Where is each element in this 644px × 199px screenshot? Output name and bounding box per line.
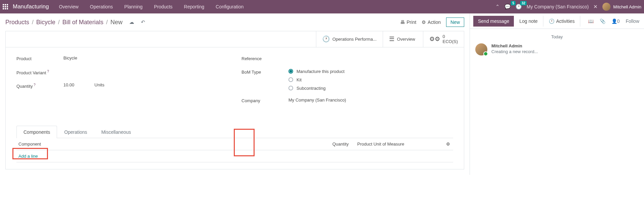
product-field[interactable]: Bicycle [63, 55, 228, 61]
stat-eco[interactable]: ⚙⚙ 0 ECO(S) [423, 31, 464, 47]
attachment-icon[interactable]: 📎 [600, 18, 605, 24]
reference-label: Reference [241, 55, 288, 61]
col-quantity[interactable]: Quantity [332, 142, 356, 147]
radio-kit[interactable]: Kit [288, 77, 453, 82]
app-name: Manufacturing [13, 3, 49, 10]
list-icon: ☰ [389, 35, 394, 43]
company-selector[interactable]: My Company (San Francisco) [527, 4, 589, 9]
discard-icon[interactable]: ↶ [141, 19, 145, 25]
more-columns-icon[interactable]: ⚙ [443, 142, 453, 147]
radio-icon [288, 77, 293, 82]
nav-operations[interactable]: Operations [85, 4, 117, 9]
radio-manufacture[interactable]: Manufacture this product [288, 69, 453, 74]
breadcrumb-current: New [110, 19, 122, 26]
help-icon[interactable]: ? [33, 83, 35, 87]
print-button[interactable]: 🖶 Print [400, 19, 416, 25]
action-button[interactable]: ⚙ Action [422, 19, 441, 25]
company-field[interactable]: My Company (San Francisco) [288, 97, 453, 103]
quantity-label: Quantity ? [16, 82, 63, 89]
nav-products[interactable]: Products [149, 4, 177, 9]
col-uom[interactable]: Product Unit of Measure [356, 142, 443, 147]
variant-label: Product Variant ? [16, 69, 63, 75]
breadcrumb: Products / Bicycle / Bill of Materials /… [5, 19, 145, 26]
nav-planning[interactable]: Planning [120, 4, 148, 9]
nav-overview[interactable]: Overview [54, 4, 83, 9]
log-note-button[interactable]: Log note [514, 16, 543, 27]
tab-components[interactable]: Components [16, 126, 57, 138]
message-author: Mitchell Admin [491, 43, 639, 48]
activities-button[interactable]: 🕐 Activities [543, 16, 580, 27]
col-component[interactable]: Component [16, 142, 332, 147]
help-icon[interactable]: ? [46, 70, 49, 73]
nav-reporting[interactable]: Reporting [179, 4, 209, 9]
stat-overview[interactable]: ☰ Overview [383, 31, 423, 47]
stat-operations[interactable]: 🕐 Operations Performa... [316, 31, 383, 47]
message-text: Creating a new record... [491, 49, 639, 54]
save-icon[interactable]: ☁ [129, 19, 134, 25]
tab-operations[interactable]: Operations [57, 126, 94, 138]
apps-icon[interactable] [3, 4, 8, 9]
product-label: Product [16, 55, 63, 61]
company-label: Company [241, 97, 288, 103]
follow-button[interactable]: Follow [626, 18, 639, 24]
message-item: Mitchell Admin Creating a new record... [475, 43, 639, 55]
radio-icon [288, 69, 293, 74]
breadcrumb-bicycle[interactable]: Bicycle [36, 19, 55, 26]
avatar-icon [602, 3, 610, 11]
radio-icon [288, 86, 293, 90]
book-icon[interactable]: 📖 [588, 18, 594, 24]
messages-badge: 5 [511, 1, 516, 5]
clock-icon: 🕐 [322, 35, 330, 43]
quantity-unit[interactable]: Units [95, 82, 105, 87]
breadcrumb-products[interactable]: Products [5, 19, 29, 26]
user-name: Mitchell Admin [613, 4, 641, 9]
wifi-icon[interactable]: ⌃ [495, 4, 500, 10]
bomtype-label: BoM Type [241, 69, 288, 75]
nav-configuration[interactable]: Configuration [211, 4, 248, 9]
gears-icon: ⚙⚙ [429, 35, 440, 43]
tab-miscellaneous[interactable]: Miscellaneous [94, 126, 138, 138]
date-separator: Today [475, 34, 639, 39]
avatar-icon [475, 43, 487, 55]
breadcrumb-bom[interactable]: Bill of Materials [62, 19, 103, 26]
followers-button[interactable]: 👤0 [611, 18, 620, 24]
quantity-field[interactable]: 10.00 [63, 82, 74, 87]
send-message-button[interactable]: Send message [473, 16, 514, 27]
radio-subcontracting[interactable]: Subcontracting [288, 86, 453, 91]
new-button[interactable]: New [446, 17, 464, 27]
messages-icon[interactable]: 💬5 [504, 4, 511, 10]
add-line-button[interactable]: Add a line [16, 150, 453, 162]
clock-badge: 32 [520, 1, 527, 5]
clock-icon[interactable]: 🕐32 [516, 4, 522, 10]
user-menu[interactable]: Mitchell Admin [602, 3, 641, 11]
tools-icon[interactable]: ✕ [593, 4, 598, 10]
